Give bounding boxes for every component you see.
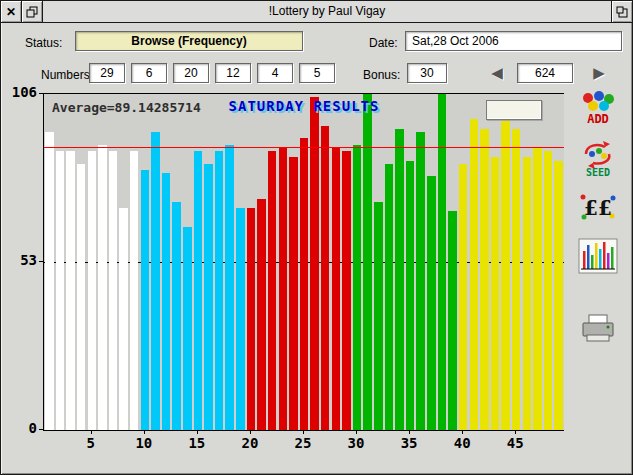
lottery-window: ✕ !Lottery by Paul Vigay Status: Browse … xyxy=(0,0,633,475)
add-button[interactable]: ADD xyxy=(574,89,622,129)
toggle-size-button[interactable] xyxy=(611,1,632,22)
x-tick-label: 10 xyxy=(135,435,152,451)
window-title[interactable]: !Lottery by Paul Vigay xyxy=(43,1,611,22)
number-field-5[interactable]: 4 xyxy=(257,63,293,83)
x-tick-label: 35 xyxy=(401,435,418,451)
close-icon: ✕ xyxy=(6,6,16,18)
bar-37 xyxy=(427,176,435,430)
legend-box xyxy=(486,100,542,120)
frequency-chart-button[interactable] xyxy=(574,236,622,276)
bar-36 xyxy=(416,132,424,430)
bar-19 xyxy=(236,208,244,430)
bar-30 xyxy=(353,145,361,430)
x-tick-label: 30 xyxy=(348,435,365,451)
bar-39 xyxy=(448,211,456,430)
y-tick-label: 53 xyxy=(3,252,37,268)
bar-8 xyxy=(119,208,127,430)
bar-15 xyxy=(194,151,202,430)
add-balls-icon: ADD xyxy=(578,90,618,128)
date-field[interactable]: Sat,28 Oct 2006 xyxy=(405,31,622,51)
bar-27 xyxy=(321,126,329,430)
x-tick-mark xyxy=(515,430,516,434)
bar-3 xyxy=(66,151,74,430)
bar-34 xyxy=(395,129,403,430)
money-button[interactable]: ££ xyxy=(574,187,622,227)
seed-label: SEED xyxy=(586,167,610,178)
number-field-4[interactable]: 12 xyxy=(215,63,251,83)
seed-icon: SEED xyxy=(578,138,618,178)
status-field: Browse (Frequency) xyxy=(75,31,303,51)
date-label: Date: xyxy=(369,36,398,50)
bar-49 xyxy=(554,161,562,430)
number-field-6[interactable]: 5 xyxy=(299,63,335,83)
bar-32 xyxy=(374,202,382,430)
bar-10 xyxy=(141,170,149,430)
bar-48 xyxy=(544,151,552,430)
bar-1 xyxy=(45,132,53,430)
bar-14 xyxy=(183,227,191,430)
title-bar: ✕ !Lottery by Paul Vigay xyxy=(1,1,632,23)
bar-22 xyxy=(268,151,276,430)
x-tick-mark xyxy=(197,430,198,434)
bar-38 xyxy=(438,94,446,430)
bar-4 xyxy=(77,164,85,430)
bar-42 xyxy=(480,129,488,430)
printer-icon xyxy=(578,313,618,345)
bar-25 xyxy=(300,138,308,430)
back-icon xyxy=(26,6,38,18)
x-tick-label: 20 xyxy=(242,435,259,451)
average-line xyxy=(44,147,564,148)
y-tick-label: 106 xyxy=(3,84,37,100)
bar-24 xyxy=(289,157,297,430)
bar-18 xyxy=(225,145,233,430)
bar-35 xyxy=(406,161,414,430)
plot-area: Average=89.14285714 SATURDAY RESULTS xyxy=(43,93,564,431)
bar-20 xyxy=(247,208,255,430)
close-button[interactable]: ✕ xyxy=(1,1,22,22)
bar-46 xyxy=(523,157,531,430)
y-tick-label: 0 xyxy=(3,420,37,436)
bar-12 xyxy=(162,173,170,430)
status-label: Status: xyxy=(25,36,62,50)
bar-33 xyxy=(385,164,393,430)
side-toolbar: ADD SEED ££ xyxy=(567,89,629,349)
bar-29 xyxy=(342,151,350,430)
bar-28 xyxy=(332,148,340,430)
bonus-field[interactable]: 30 xyxy=(407,63,447,83)
number-field-1[interactable]: 29 xyxy=(89,63,125,83)
bar-13 xyxy=(172,202,180,430)
x-tick-mark xyxy=(144,430,145,434)
x-tick-mark xyxy=(462,430,463,434)
bar-47 xyxy=(533,148,541,430)
x-tick-label: 45 xyxy=(507,435,524,451)
bar-43 xyxy=(491,157,499,430)
y-tick-mark xyxy=(39,261,43,262)
back-button[interactable] xyxy=(22,1,43,22)
bar-5 xyxy=(88,151,96,430)
print-button[interactable] xyxy=(574,309,622,349)
bar-7 xyxy=(109,151,117,430)
bonus-label: Bonus: xyxy=(363,68,400,82)
prev-draw-button[interactable]: ◀ xyxy=(485,63,509,83)
bar-6 xyxy=(98,145,106,430)
money-label: ££ xyxy=(584,196,612,220)
seed-button[interactable]: SEED xyxy=(574,138,622,178)
bar-23 xyxy=(279,148,287,430)
next-draw-button[interactable]: ▶ xyxy=(587,63,611,83)
number-field-2[interactable]: 6 xyxy=(131,63,167,83)
toggle-size-icon xyxy=(616,6,628,18)
bar-9 xyxy=(130,151,138,430)
x-tick-label: 25 xyxy=(295,435,312,451)
bar-2 xyxy=(56,151,64,430)
number-field-3[interactable]: 20 xyxy=(173,63,209,83)
x-tick-mark xyxy=(91,430,92,434)
bar-chart-icon xyxy=(578,238,618,274)
x-tick-label: 40 xyxy=(454,435,471,451)
numbers-label: Numbers: xyxy=(41,68,93,82)
money-icon: ££ xyxy=(578,192,618,222)
bar-21 xyxy=(257,199,265,430)
bar-40 xyxy=(459,164,467,430)
draw-index-field[interactable]: 624 xyxy=(517,63,573,83)
bar-45 xyxy=(512,129,520,430)
x-tick-mark xyxy=(356,430,357,434)
